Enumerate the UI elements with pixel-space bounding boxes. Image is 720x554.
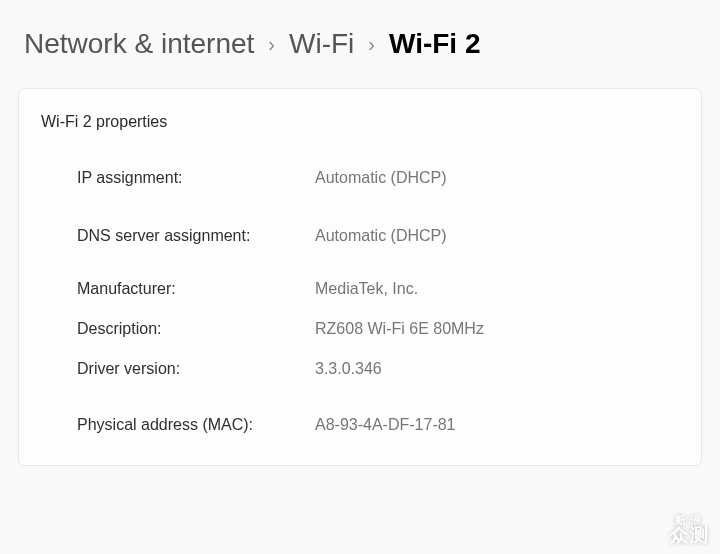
chevron-right-icon: › xyxy=(368,33,375,56)
property-label: Manufacturer: xyxy=(77,280,315,298)
property-value: 3.3.0.346 xyxy=(315,360,382,378)
property-value: A8-93-4A-DF-17-81 xyxy=(315,416,456,434)
property-value: Automatic (DHCP) xyxy=(315,169,447,187)
breadcrumb-wifi2: Wi-Fi 2 xyxy=(389,28,481,60)
wifi2-properties-card: Wi-Fi 2 properties IP assignment: Automa… xyxy=(18,88,702,466)
property-row-dns-assignment: DNS server assignment: Automatic (DHCP) xyxy=(77,211,701,261)
breadcrumb-network-internet[interactable]: Network & internet xyxy=(24,28,254,60)
watermark: 新浪 众测 xyxy=(670,514,710,546)
breadcrumb: Network & internet › Wi-Fi › Wi-Fi 2 xyxy=(0,0,720,80)
chevron-right-icon: › xyxy=(268,33,275,56)
card-title: Wi-Fi 2 properties xyxy=(19,89,701,153)
property-label: IP assignment: xyxy=(77,169,315,187)
property-row-ip-assignment: IP assignment: Automatic (DHCP) xyxy=(77,153,701,203)
property-value: Automatic (DHCP) xyxy=(315,227,447,245)
breadcrumb-wifi[interactable]: Wi-Fi xyxy=(289,28,354,60)
property-value: RZ608 Wi-Fi 6E 80MHz xyxy=(315,320,484,338)
property-label: Driver version: xyxy=(77,360,315,378)
property-row-driver-version: Driver version: 3.3.0.346 xyxy=(77,349,701,389)
property-row-description: Description: RZ608 Wi-Fi 6E 80MHz xyxy=(77,309,701,349)
property-value: MediaTek, Inc. xyxy=(315,280,418,298)
property-label: Physical address (MAC): xyxy=(77,416,315,434)
property-row-physical-address: Physical address (MAC): A8-93-4A-DF-17-8… xyxy=(77,405,701,445)
property-label: DNS server assignment: xyxy=(77,227,315,245)
properties-list: IP assignment: Automatic (DHCP) DNS serv… xyxy=(19,153,701,445)
property-row-manufacturer: Manufacturer: MediaTek, Inc. xyxy=(77,269,701,309)
property-label: Description: xyxy=(77,320,315,338)
